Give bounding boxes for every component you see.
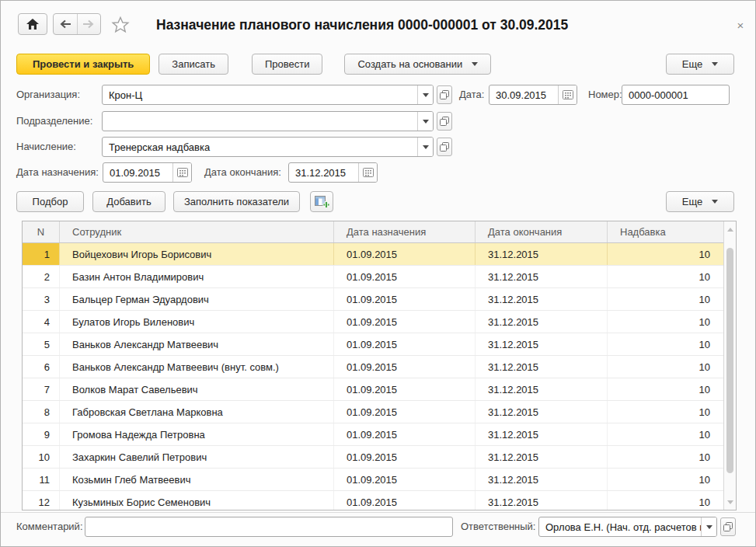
post-and-close-button[interactable]: Провести и закрыть (16, 54, 150, 75)
cell-end[interactable]: 31.12.2015 (476, 378, 608, 400)
cell-name[interactable]: Кузьминых Борис Семенович (60, 491, 334, 510)
cell-end[interactable]: 31.12.2015 (476, 266, 608, 287)
scrollbar-thumb[interactable] (726, 248, 733, 473)
cell-value[interactable]: 10 (608, 423, 725, 445)
cell-value[interactable]: 10 (608, 378, 725, 400)
responsible-combo[interactable]: Орлова Е.Н. (Нач. отд. расчетов п (538, 517, 717, 537)
table-row[interactable]: 6Ваньков Александр Матвеевич (внут. совм… (23, 356, 736, 378)
date-calendar-button[interactable] (558, 85, 577, 104)
cell-name[interactable]: Громова Надежда Петровна (60, 423, 334, 445)
column-header-n[interactable]: N (23, 221, 60, 242)
cell-name[interactable]: Захаркин Савелий Петрович (60, 446, 334, 468)
fill-indicators-button[interactable]: Заполнить показатели (173, 191, 300, 212)
table-scrollbar[interactable] (723, 221, 736, 510)
start-date-input[interactable]: 01.09.2015 (103, 162, 192, 183)
table-row[interactable]: 9Громова Надежда Петровна01.09.201531.12… (23, 423, 736, 446)
cell-end[interactable]: 31.12.2015 (476, 446, 608, 468)
close-button[interactable]: × (733, 17, 748, 33)
cell-n[interactable]: 4 (23, 311, 60, 333)
add-column-button[interactable] (310, 191, 333, 212)
cell-n[interactable]: 6 (23, 356, 60, 378)
cell-name[interactable]: Волков Марат Савельевич (60, 378, 334, 400)
cell-n[interactable]: 11 (23, 469, 60, 490)
cell-name[interactable]: Ваньков Александр Матвеевич (60, 333, 334, 355)
cell-n[interactable]: 10 (23, 446, 60, 468)
cell-name[interactable]: Войцехович Игорь Борисович (60, 243, 334, 265)
cell-value[interactable]: 10 (608, 446, 725, 468)
cell-end[interactable]: 31.12.2015 (476, 356, 608, 378)
table-row[interactable]: 2Базин Антон Владимирович01.09.201531.12… (23, 266, 736, 288)
cell-n[interactable]: 12 (23, 491, 60, 510)
cell-start[interactable]: 01.09.2015 (334, 288, 476, 310)
back-button[interactable] (54, 14, 77, 34)
cell-end[interactable]: 31.12.2015 (476, 243, 608, 265)
organization-dropdown-button[interactable] (417, 85, 433, 104)
cell-n[interactable]: 5 (23, 333, 60, 355)
cell-end[interactable]: 31.12.2015 (476, 423, 608, 445)
cell-name[interactable]: Булатов Игорь Виленович (60, 311, 334, 333)
favorite-star-button[interactable] (111, 16, 130, 34)
cell-name[interactable]: Габровская Светлана Марковна (60, 401, 334, 423)
cell-name[interactable]: Базин Антон Владимирович (60, 266, 334, 287)
cell-end[interactable]: 31.12.2015 (476, 491, 608, 510)
cell-start[interactable]: 01.09.2015 (334, 356, 476, 378)
cell-n[interactable]: 2 (23, 266, 60, 287)
table-row[interactable]: 5Ваньков Александр Матвеевич01.09.201531… (23, 333, 736, 356)
write-button[interactable]: Записать (159, 54, 228, 75)
cell-end[interactable]: 31.12.2015 (476, 311, 608, 333)
cell-n[interactable]: 1 (23, 243, 60, 265)
cell-value[interactable]: 10 (608, 266, 725, 287)
column-header-bonus[interactable]: Надбавка (608, 221, 725, 242)
more-button-table[interactable]: Еще (666, 191, 734, 212)
cell-value[interactable]: 10 (608, 469, 725, 490)
cell-end[interactable]: 31.12.2015 (476, 401, 608, 423)
responsible-dropdown-button[interactable] (701, 517, 716, 536)
cell-name[interactable]: Бальцер Герман Эдуардович (60, 288, 334, 310)
cell-value[interactable]: 10 (608, 491, 725, 510)
cell-start[interactable]: 01.09.2015 (334, 491, 476, 510)
cell-n[interactable]: 3 (23, 288, 60, 310)
organization-open-button[interactable] (437, 85, 452, 104)
cell-start[interactable]: 01.09.2015 (334, 469, 476, 490)
cell-name[interactable]: Ваньков Александр Матвеевич (внут. совм.… (60, 356, 334, 378)
department-dropdown-button[interactable] (417, 112, 433, 131)
table-row[interactable]: 11Козьмин Глеб Матвеевич01.09.201531.12.… (23, 469, 736, 491)
table-row[interactable]: 4Булатов Игорь Виленович01.09.201531.12.… (23, 311, 736, 333)
cell-n[interactable]: 7 (23, 378, 60, 400)
forward-button[interactable] (77, 14, 101, 34)
accrual-combo[interactable]: Тренерская надбавка (102, 137, 434, 157)
cell-start[interactable]: 01.09.2015 (334, 401, 476, 423)
table-row[interactable]: 8Габровская Светлана Марковна01.09.20153… (23, 401, 736, 423)
department-combo[interactable] (102, 111, 434, 131)
cell-start[interactable]: 01.09.2015 (334, 333, 476, 355)
cell-name[interactable]: Козьмин Глеб Матвеевич (60, 469, 334, 490)
responsible-open-button[interactable] (720, 517, 736, 536)
cell-value[interactable]: 10 (608, 401, 725, 423)
column-header-end-date[interactable]: Дата окончания (476, 221, 608, 242)
accrual-open-button[interactable] (437, 138, 452, 156)
cell-value[interactable]: 10 (608, 333, 725, 355)
scroll-up-button[interactable] (724, 223, 736, 235)
column-header-start-date[interactable]: Дата назначения (334, 221, 476, 242)
pick-button[interactable]: Подбор (16, 191, 84, 212)
add-button[interactable]: Добавить (92, 191, 165, 212)
table-row[interactable]: 1Войцехович Игорь Борисович01.09.201531.… (23, 243, 736, 266)
cell-n[interactable]: 9 (23, 423, 60, 445)
table-row[interactable]: 3Бальцер Герман Эдуардович01.09.201531.1… (23, 288, 736, 311)
table-row[interactable]: 7Волков Марат Савельевич01.09.201531.12.… (23, 378, 736, 401)
cell-value[interactable]: 10 (608, 356, 725, 378)
end-date-input[interactable]: 31.12.2015 (288, 162, 378, 183)
cell-value[interactable]: 10 (608, 311, 725, 333)
department-open-button[interactable] (437, 112, 452, 131)
cell-start[interactable]: 01.09.2015 (334, 311, 476, 333)
cell-end[interactable]: 31.12.2015 (476, 288, 608, 310)
cell-start[interactable]: 01.09.2015 (334, 423, 476, 445)
post-button[interactable]: Провести (252, 54, 323, 75)
cell-start[interactable]: 01.09.2015 (334, 446, 476, 468)
cell-value[interactable]: 10 (608, 288, 725, 310)
end-date-calendar-button[interactable] (358, 163, 377, 182)
table-row[interactable]: 10Захаркин Савелий Петрович01.09.201531.… (23, 446, 736, 469)
more-button-top[interactable]: Еще (666, 54, 734, 75)
cell-end[interactable]: 31.12.2015 (476, 333, 608, 355)
cell-start[interactable]: 01.09.2015 (334, 378, 476, 400)
